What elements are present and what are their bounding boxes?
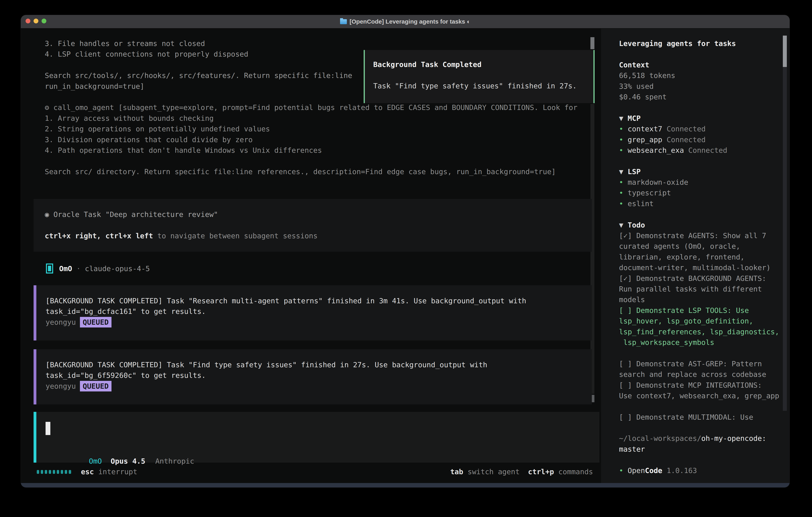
terminal-main-pane[interactable]: 3. File handles or streams not closed4. … [21,29,601,483]
todo-item-line: search and replace across codebase [619,369,781,380]
task-message-line2: task_id="bg_6f59260c" to get results. [46,370,592,381]
lsp-server-name: markdown-oxide [628,178,688,186]
todo-item-line: librarian, explore, frontend, [619,252,781,262]
main-scrollbar-thumb-top[interactable] [590,37,594,49]
sidebar-content: Leveraging agents for tasks Context 66,5… [619,38,781,476]
version-number: 1.0.163 [662,466,697,474]
spinner-dot [65,470,67,474]
spinner-dot [69,470,71,474]
todo-item-line: [✓] Demonstrate AGENTS: Show all 7 [619,230,781,241]
lsp-server-item: • markdown-oxide [619,177,781,188]
omo-agent-icon [46,264,53,273]
spinner-dots-icon [37,470,71,474]
gear-icon: ⚙ [45,103,53,112]
todo-item-line: lsp_find_references, lsp_diagnostics, [619,326,781,337]
ctrlp-key-hint: ctrl+p [528,466,554,477]
text-cursor [46,422,50,435]
esc-key-hint: esc [81,466,94,477]
esc-key-label: interrupt [98,466,137,477]
minimize-window-button[interactable] [34,19,38,23]
todo-item-line: [ ] Demonstrate MULTIMODAL: Use [619,412,781,423]
input-model-name: Opus 4.5 [111,457,145,465]
target-icon: ◉ [45,210,49,219]
mcp-server-status: Connected [688,146,727,154]
todo-item-line: [ ] Demonstrate MCP INTEGRATIONS: [619,380,781,390]
chevron-down-icon: ▼ [619,167,628,176]
todo-item-line: Use context7, websearch_exa, grep_app [619,390,781,401]
spinner-dot [57,470,59,474]
maximize-window-button[interactable] [41,19,46,23]
tool-call-list-item: 3. Division operations that could divide… [45,134,589,145]
ctrlp-key-label: commands [558,466,593,477]
lsp-section-heading[interactable]: ▼ LSP [619,166,781,177]
sidebar-scrollbar-thumb[interactable] [783,35,787,67]
tool-call-list-item: 2. String operations on potentially unde… [45,124,589,134]
connected-dot-icon: • [619,146,628,154]
window-titlebar[interactable]: [OpenCode] Leveraging agents for tasks ◐ [21,15,790,29]
version-row: • OpenCode 1.0.163 [619,465,781,476]
mcp-server-item: • grep_app Connected [619,134,781,145]
connected-dot-icon: • [619,125,628,133]
task-message-line1: [BACKGROUND TASK COMPLETED] Task "Find t… [46,359,592,370]
workspace-branch: master [619,444,781,455]
context-used: 33% used [619,81,781,91]
window-title: [OpenCode] Leveraging agents for tasks ◐ [350,18,470,25]
prompt-input[interactable]: OmOOpus 4.5Anthropic [34,412,600,463]
oracle-task-title: ◉ Oracle Task "Deep architecture review" [45,209,592,220]
spinner-dot [53,470,55,474]
tab-key-hint: tab [450,466,463,477]
sidebar-scrollbar-track [783,35,787,411]
lsp-server-item: • typescript [619,188,781,198]
todo-section-heading[interactable]: ▼ Todo [619,220,781,230]
agent-model: claude-opus-4-5 [85,265,150,273]
input-provider-name: Anthropic [155,457,194,465]
connected-dot-icon: • [619,199,628,208]
todo-item-line: document-writer, multimodal-looker) [619,262,781,273]
queued-status-badge: QUEUED [80,381,112,391]
context-heading: Context [619,60,781,70]
tool-call-line: ⚙ call_omo_agent [subagent_type=explore,… [45,102,589,113]
toast-title: Background Task Completed [373,59,593,70]
mcp-server-name: context7 [628,125,667,133]
username: yeongyu [46,382,76,390]
chevron-down-icon: ▼ [619,221,628,229]
window-title-group: [OpenCode] Leveraging agents for tasks ◐ [340,18,470,25]
close-window-button[interactable] [26,19,30,23]
agent-name: OmO [59,265,72,273]
context-tokens: 66,518 tokens [619,70,781,81]
background-task-message: [BACKGROUND TASK COMPLETED] Task "Resear… [34,285,592,341]
chevron-down-icon: ▼ [619,114,628,123]
status-dot-icon: • [619,466,628,474]
toast-message: Task "Find type safety issues" finished … [373,81,593,91]
background-task-toast: Background Task Completed Task "Find typ… [364,50,594,103]
input-agent-name: OmO [89,457,102,465]
session-title: Leveraging agents for tasks [619,38,781,49]
mcp-server-item: • websearch_exa Connected [619,145,781,156]
oracle-task-box: ◉ Oracle Task "Deep architecture review"… [34,199,592,252]
task-message-meta: yeongyuQUEUED [46,317,592,327]
mcp-server-status: Connected [667,125,705,133]
spinner-dot [45,470,47,474]
background-task-message: [BACKGROUND TASK COMPLETED] Task "Find t… [34,349,592,404]
spinner-dot [61,470,63,474]
tab-key-label: switch agent [467,466,520,477]
folder-icon [340,19,347,24]
mcp-server-name: grep_app [628,136,667,144]
todo-item-line: curated agents (OmO, oracle, [619,241,781,251]
mcp-section-heading[interactable]: ▼ MCP [619,113,781,124]
window-bottom-bar [21,483,790,487]
opencode-window: [OpenCode] Leveraging agents for tasks ◐… [21,15,790,487]
todo-item-line: [✓] Demonstrate BACKGROUND AGENTS: [619,273,781,284]
todo-item-line: [ ] Demonstrate AST-GREP: Pattern [619,358,781,369]
spinner-dot [37,470,39,474]
task-message-meta: yeongyuQUEUED [46,381,592,391]
status-bar: esc interrupt tab switch agent ctrl+p co… [37,466,593,477]
todo-item-line: lsp_hover, lsp_goto_definition, [619,316,781,326]
lsp-server-name: eslint [628,199,654,208]
context-spent: $0.46 spent [619,91,781,102]
connected-dot-icon: • [619,136,628,144]
connected-dot-icon: • [619,178,628,186]
todo-item-line: models [619,294,781,305]
agent-header: OmO · claude-opus-4-5 [46,262,150,275]
task-message-line1: [BACKGROUND TASK COMPLETED] Task "Resear… [46,296,592,306]
